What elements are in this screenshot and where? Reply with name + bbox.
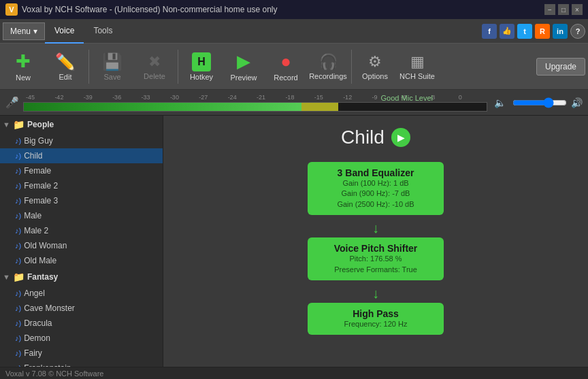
- hotkey-label: Hotkey: [190, 73, 213, 81]
- arrow-down-2: ↓: [372, 286, 379, 301]
- equalizer-effect-box[interactable]: 3 Band Equalizer Gain (100 Hz): 1 dB Gai…: [308, 162, 444, 215]
- twitter-button[interactable]: t: [517, 24, 532, 39]
- menu-dropdown-button[interactable]: Menu ▾: [3, 22, 45, 40]
- voice-cave-monster[interactable]: ♪)Cave Monster: [0, 301, 163, 316]
- level-bar-row: [23, 102, 487, 112]
- level-bar-fill-yellow: [301, 103, 338, 111]
- voice-female2[interactable]: ♪)Female 2: [0, 178, 163, 193]
- help-button[interactable]: ?: [570, 24, 585, 39]
- high-pass-title: High Pass: [318, 308, 433, 319]
- menu-bar: Menu ▾ Voice Tools f 👍 t R in ?: [0, 19, 588, 44]
- high-pass-param-1: Frequency: 120 Hz: [318, 319, 433, 329]
- voice-icon: ♪): [15, 137, 21, 145]
- new-icon: ✚: [16, 51, 31, 72]
- new-label: New: [16, 73, 31, 82]
- voice-icon: ♪): [15, 289, 21, 297]
- voice-female3[interactable]: ♪)Female 3: [0, 193, 163, 208]
- facebook-button[interactable]: f: [482, 24, 497, 39]
- voice-child[interactable]: ♪)Child: [0, 148, 163, 163]
- level-meter: -45 -42 -39 -36 -33 -30 -27 -24 -21 -18 …: [23, 94, 487, 112]
- volume-slider[interactable]: [512, 97, 567, 108]
- app-logo: V: [5, 3, 18, 16]
- equalizer-param-2: Gain (900 Hz): -7 dB: [318, 188, 433, 199]
- nch-suite-button[interactable]: ▦ NCH Suite: [397, 46, 438, 87]
- folder-people-arrow: ▼: [3, 120, 10, 129]
- voice-main-title: Child: [341, 127, 385, 148]
- preview-button[interactable]: ▶ Preview: [223, 46, 264, 87]
- delete-icon: ✖: [148, 53, 161, 71]
- recordings-button[interactable]: 🎧 Recordings: [308, 46, 348, 87]
- voice-play-button[interactable]: ▶: [391, 128, 410, 147]
- voice-big-guy[interactable]: ♪)Big Guy: [0, 133, 163, 148]
- nch-suite-icon: ▦: [410, 53, 425, 71]
- voice-dracula[interactable]: ♪)Dracula: [0, 316, 163, 331]
- save-label: Save: [103, 73, 120, 81]
- voice-icon: ♪): [15, 319, 21, 327]
- voice-icon: ♪): [15, 182, 21, 190]
- voice-male[interactable]: ♪)Male: [0, 208, 163, 223]
- tab-tools[interactable]: Tools: [84, 19, 122, 44]
- voice-icon: ♪): [15, 242, 21, 250]
- new-button[interactable]: ✚ New: [3, 46, 44, 87]
- folder-people[interactable]: ▼ 📁 People: [0, 116, 163, 133]
- voice-icon: ♪): [15, 304, 21, 312]
- edit-button[interactable]: ✏️ Edit: [45, 46, 86, 87]
- play-icon: ▶: [397, 132, 405, 143]
- voice-icon: ♪): [15, 152, 21, 160]
- pitch-shifter-param-2: Preserve Formants: True: [318, 265, 433, 275]
- pitch-shifter-title: Voice Pitch Shifter: [318, 243, 433, 254]
- voice-icon: ♪): [15, 364, 21, 367]
- close-button[interactable]: ×: [572, 4, 583, 15]
- status-text: Voxal v 7.08 © NCH Software: [5, 369, 103, 378]
- voice-old-male[interactable]: ♪)Old Male: [0, 253, 163, 268]
- volume-up-icon: 🔊: [571, 97, 583, 108]
- voice-icon: ♪): [15, 227, 21, 235]
- voice-female[interactable]: ♪)Female: [0, 163, 163, 178]
- toolbar-separator-1: [88, 50, 89, 84]
- folder-fantasy-label: Fantasy: [27, 272, 58, 282]
- equalizer-title: 3 Band Equalizer: [318, 167, 433, 178]
- rss-button[interactable]: R: [535, 24, 550, 39]
- record-button[interactable]: ● Record: [265, 46, 306, 87]
- like-button[interactable]: 👍: [500, 24, 514, 39]
- social-buttons: f 👍 t R in ?: [482, 24, 585, 39]
- voice-icon: ♪): [15, 334, 21, 342]
- preview-icon: ▶: [237, 51, 250, 72]
- menu-label: Menu: [10, 27, 31, 36]
- voice-icon: ♪): [15, 257, 21, 265]
- voice-icon: ♪): [15, 167, 21, 175]
- toolbar: ✚ New ✏️ Edit 💾 Save ✖ Delete H Hotkey ▶…: [0, 44, 588, 90]
- folder-fantasy[interactable]: ▼ 📁 Fantasy: [0, 268, 163, 286]
- volume-down-icon: 🔈: [494, 97, 506, 108]
- voice-icon: ♪): [15, 197, 21, 205]
- edit-icon: ✏️: [55, 52, 76, 71]
- voice-frankenstein[interactable]: ♪)Frankenstein: [0, 361, 163, 367]
- title-bar: V Voxal by NCH Software - (Unlicensed) N…: [0, 0, 588, 19]
- voice-icon: ♪): [15, 349, 21, 357]
- level-meter-area: 🎤 -45 -42 -39 -36 -33 -30 -27 -24 -21 -1…: [0, 90, 588, 116]
- voice-fairy[interactable]: ♪)Fairy: [0, 346, 163, 361]
- tab-voice[interactable]: Voice: [45, 19, 84, 44]
- main-content: ▼ 📁 People ♪)Big Guy ♪)Child ♪)Female ♪)…: [0, 116, 588, 367]
- voice-demon[interactable]: ♪)Demon: [0, 331, 163, 346]
- minimize-button[interactable]: −: [544, 4, 555, 15]
- voice-angel[interactable]: ♪)Angel: [0, 286, 163, 301]
- save-icon: 💾: [102, 52, 122, 71]
- equalizer-param-3: Gain (2500 Hz): -10 dB: [318, 199, 433, 210]
- folder-people-label: People: [27, 120, 54, 129]
- pitch-shifter-effect-box[interactable]: Voice Pitch Shifter Pitch: 176.58 % Pres…: [308, 237, 444, 280]
- linkedin-button[interactable]: in: [553, 24, 568, 39]
- app-title: Voxal by NCH Software - (Unlicensed) Non…: [22, 5, 277, 14]
- level-bar: [23, 102, 487, 112]
- maximize-button[interactable]: □: [558, 4, 569, 15]
- options-icon: ⚙: [368, 53, 382, 71]
- voice-male2[interactable]: ♪)Male 2: [0, 223, 163, 238]
- voice-old-woman[interactable]: ♪)Old Woman: [0, 238, 163, 253]
- sidebar: ▼ 📁 People ♪)Big Guy ♪)Child ♪)Female ♪)…: [0, 116, 163, 367]
- options-button[interactable]: ⚙ Options: [355, 46, 395, 87]
- hotkey-button[interactable]: H Hotkey: [181, 46, 222, 87]
- upgrade-button[interactable]: Upgrade: [536, 58, 585, 76]
- high-pass-effect-box[interactable]: High Pass Frequency: 120 Hz: [308, 303, 444, 335]
- status-bar: Voxal v 7.08 © NCH Software: [0, 367, 588, 379]
- folder-fantasy-arrow: ▼: [3, 273, 10, 281]
